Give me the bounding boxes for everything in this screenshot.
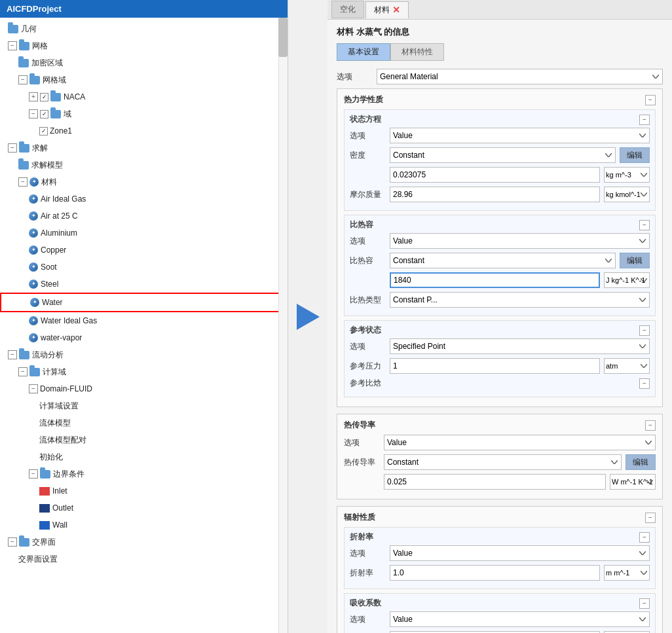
- tree-item-copper[interactable]: Copper: [0, 242, 288, 259]
- toggle-mesh[interactable]: −: [8, 41, 17, 50]
- rs-pressure-unit-select[interactable]: atm: [604, 358, 650, 374]
- refraction-value-input[interactable]: [390, 565, 600, 581]
- thermo-collapse-btn[interactable]: −: [645, 95, 656, 105]
- tree-item-solver-model[interactable]: 求解模型: [0, 156, 288, 173]
- tree-item-domain-fluid[interactable]: − Domain-FLUID: [0, 380, 288, 397]
- toggle-naca[interactable]: +: [29, 92, 38, 101]
- radiation-title: 辐射性质: [344, 512, 375, 523]
- tc-unit-select[interactable]: W m^-1 K^-1: [610, 474, 656, 490]
- tc-value-input[interactable]: [384, 474, 606, 490]
- toggle-mesh-domain[interactable]: −: [18, 75, 28, 84]
- eos-option-row: 选项 Value: [350, 128, 650, 143]
- tree-item-soot[interactable]: Soot: [0, 259, 288, 276]
- sh-unit-select[interactable]: J kg^-1 K^-1: [604, 272, 650, 288]
- tree-item-interface-settings[interactable]: 交界面设置: [0, 551, 288, 568]
- tree-item-calc-domain[interactable]: − 计算域: [0, 363, 288, 380]
- refraction-title: 折射率: [350, 532, 373, 543]
- subtab-props[interactable]: 材料特性: [390, 43, 444, 61]
- arrow-container: [288, 0, 327, 633]
- tc-type-select[interactable]: Constant: [384, 454, 622, 470]
- rs-option-select[interactable]: Specified Point: [390, 338, 650, 354]
- density-value-input[interactable]: [390, 167, 600, 183]
- tree-item-aluminium[interactable]: Aluminium: [0, 225, 288, 242]
- tc-collapse-btn[interactable]: −: [645, 420, 656, 431]
- sh-edit-button[interactable]: 编辑: [620, 253, 650, 268]
- tree-item-mesh-domain[interactable]: − 网格域: [0, 71, 288, 88]
- refraction-option-select[interactable]: Value: [390, 545, 650, 561]
- checkbox-domain[interactable]: [40, 110, 48, 118]
- refraction-collapse-btn[interactable]: −: [639, 532, 650, 543]
- absorption-collapse-btn[interactable]: −: [639, 598, 650, 609]
- checkbox-naca[interactable]: [40, 93, 48, 101]
- rs-collapse-btn[interactable]: −: [639, 325, 650, 336]
- toggle-bc[interactable]: −: [29, 469, 38, 479]
- tree-item-water-ideal-gas[interactable]: Water Ideal Gas: [0, 312, 288, 329]
- bc-outlet-icon: [39, 504, 50, 513]
- tree-item-air-25c[interactable]: Air at 25 C: [0, 208, 288, 225]
- density-edit-button[interactable]: 编辑: [620, 147, 650, 163]
- tc-option-select[interactable]: Value: [384, 435, 656, 450]
- option-select[interactable]: General Material: [377, 69, 663, 84]
- tc-header: 热传导率 −: [344, 420, 656, 431]
- project-tree: 几何 − 网格 加密区域 − 网格域 + NACA −: [0, 18, 288, 633]
- molar-mass-unit-select[interactable]: kg kmol^-1: [604, 187, 650, 202]
- tc-title: 热传导率: [344, 420, 375, 431]
- sh-type-value-select[interactable]: Constant P...: [390, 292, 650, 308]
- folder-icon: [8, 25, 18, 33]
- density-unit-select[interactable]: kg m^-3: [604, 167, 650, 183]
- subtab-basic[interactable]: 基本设置: [337, 43, 390, 61]
- sh-collapse-btn[interactable]: −: [639, 220, 650, 230]
- tree-item-mesh[interactable]: − 网格: [0, 37, 288, 54]
- absorption-option-select[interactable]: Value: [390, 611, 650, 627]
- checkbox-zone1[interactable]: [39, 127, 48, 136]
- toggle-calc-domain[interactable]: −: [18, 367, 28, 376]
- density-value-row: kg m^-3: [350, 167, 650, 183]
- folder-icon: [18, 161, 29, 170]
- rs-enthalpy-collapse-btn[interactable]: −: [639, 378, 650, 389]
- tree-item-naca[interactable]: + NACA: [0, 88, 288, 105]
- toggle-flow[interactable]: −: [8, 350, 17, 359]
- tree-item-inlet[interactable]: Inlet: [0, 482, 288, 499]
- tree-item-init[interactable]: 初始化: [0, 448, 288, 465]
- radiation-collapse-btn[interactable]: −: [645, 513, 656, 523]
- rs-pressure-label: 参考压力: [350, 361, 386, 372]
- toggle-domain-fluid[interactable]: −: [29, 384, 38, 393]
- refraction-unit-select[interactable]: m m^-1: [604, 565, 650, 581]
- tree-item-refine[interactable]: 加密区域: [0, 54, 288, 71]
- tc-edit-button[interactable]: 编辑: [625, 454, 656, 470]
- toggle-solver[interactable]: −: [8, 143, 17, 153]
- tree-item-water-vapor[interactable]: water-vapor: [0, 329, 288, 346]
- tab-material[interactable]: 材料 ✕: [365, 1, 409, 18]
- tab-close-icon[interactable]: ✕: [392, 5, 400, 14]
- tree-item-air-ideal-gas[interactable]: Air Ideal Gas: [0, 190, 288, 208]
- tree-item-interface[interactable]: − 交界面: [0, 534, 288, 551]
- tree-item-water[interactable]: Water: [0, 293, 288, 312]
- tree-item-materials[interactable]: − 材料: [0, 173, 288, 190]
- tree-item-fluid-model[interactable]: 流体模型: [0, 414, 288, 431]
- eos-collapse-btn[interactable]: −: [639, 115, 650, 125]
- tree-item-geometry[interactable]: 几何: [0, 20, 288, 37]
- tree-item-fluid-match[interactable]: 流体模型配对: [0, 431, 288, 448]
- tree-item-outlet[interactable]: Outlet: [0, 499, 288, 516]
- scrollbar-thumb[interactable]: [278, 18, 288, 57]
- eos-option-select[interactable]: Value: [390, 128, 650, 143]
- sh-type-select[interactable]: Constant: [390, 253, 616, 268]
- toggle-domain[interactable]: −: [29, 109, 38, 118]
- toggle-materials[interactable]: −: [18, 177, 28, 187]
- tree-item-steel[interactable]: Steel: [0, 276, 288, 293]
- molar-mass-input[interactable]: [390, 187, 600, 202]
- tree-item-wall[interactable]: Wall: [0, 516, 288, 534]
- tab-konuhua[interactable]: 空化: [331, 1, 364, 18]
- sh-value-input[interactable]: [390, 272, 600, 288]
- tree-item-calc-settings[interactable]: 计算域设置: [0, 397, 288, 414]
- density-type-select[interactable]: Constant: [390, 147, 616, 163]
- rs-pressure-input[interactable]: [390, 358, 600, 374]
- tree-item-bc[interactable]: − 边界条件: [0, 465, 288, 482]
- scrollbar[interactable]: [278, 18, 288, 633]
- toggle-interface[interactable]: −: [8, 537, 17, 547]
- tree-item-domain[interactable]: − 域: [0, 105, 288, 122]
- tree-item-flow-analysis[interactable]: − 流动分析: [0, 346, 288, 363]
- sh-option-select[interactable]: Value: [390, 233, 650, 249]
- tree-item-zone1[interactable]: Zone1: [0, 122, 288, 139]
- tree-item-solver[interactable]: − 求解: [0, 139, 288, 156]
